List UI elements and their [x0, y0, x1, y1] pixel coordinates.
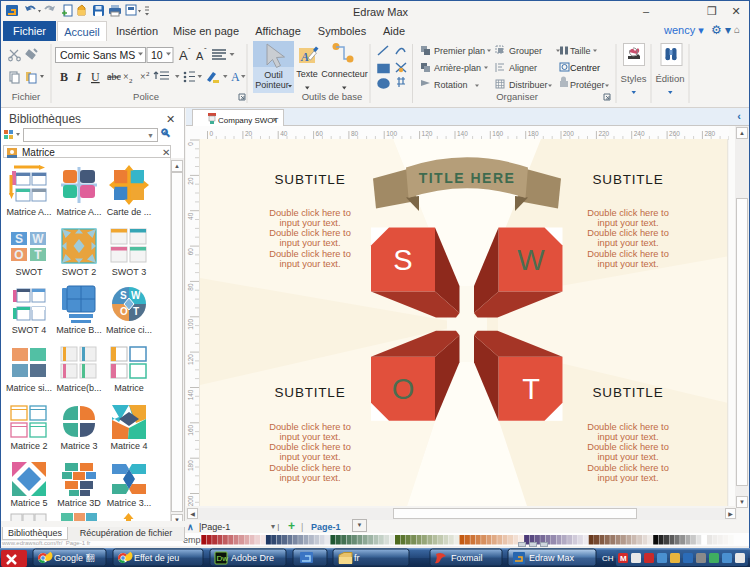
svg-text:Google 翻: Google 翻: [54, 553, 95, 563]
svg-text:Edraw Max: Edraw Max: [529, 553, 575, 563]
svg-text:Dw: Dw: [217, 554, 229, 563]
svg-text:Effet de jeu: Effet de jeu: [134, 553, 179, 563]
svg-text:Foxmail: Foxmail: [451, 553, 483, 563]
svg-text:fr: fr: [354, 553, 360, 563]
svg-text:Adobe Dre: Adobe Dre: [231, 553, 274, 563]
svg-text:M: M: [620, 554, 627, 563]
svg-text:CH: CH: [602, 554, 614, 563]
